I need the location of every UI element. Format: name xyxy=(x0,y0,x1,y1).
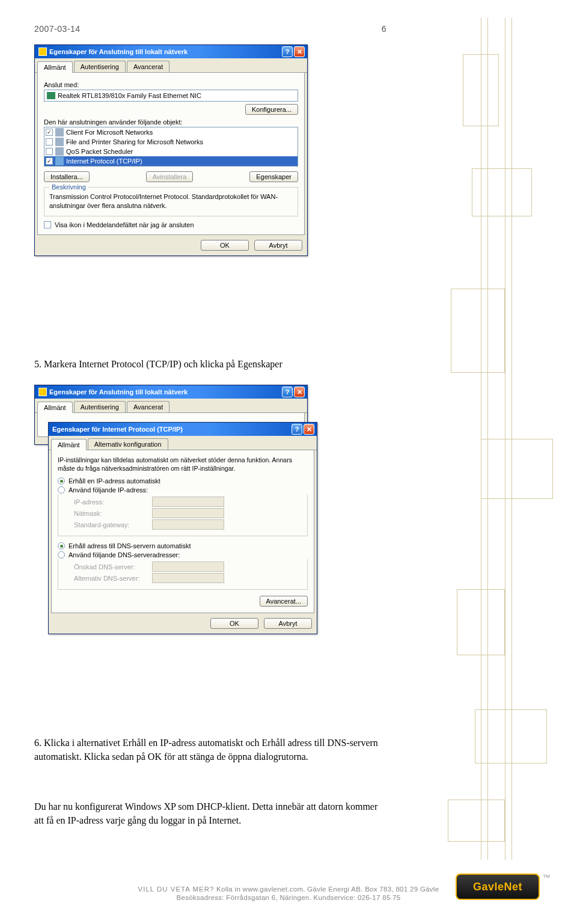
dialog-tcpip-properties: Egenskaper för Internet Protocol (TCP/IP… xyxy=(48,422,317,634)
show-icon-label: Visa ikon i Meddelandefältet när jag är … xyxy=(55,221,194,228)
list-item[interactable]: QoS Packet Scheduler xyxy=(44,147,298,156)
uninstall-button: Avinstallera xyxy=(146,171,194,182)
tab-advanced[interactable]: Avancerat xyxy=(127,61,169,72)
network-icon xyxy=(38,47,47,56)
list-item-label: Internet Protocol (TCP/IP) xyxy=(66,158,142,165)
dialog-lan-properties: Egenskaper för Anslutning till lokalt nä… xyxy=(34,44,308,256)
titlebar: Egenskaper för Anslutning till lokalt nä… xyxy=(35,385,307,399)
radio-icon[interactable] xyxy=(58,551,65,558)
ip-address-label: IP-adress: xyxy=(74,498,152,506)
configure-button[interactable]: Konfigurera... xyxy=(245,104,298,115)
gateway-row: Standard-gateway: xyxy=(74,519,302,530)
show-icon-checkbox[interactable]: Visa ikon i Meddelandefältet när jag är … xyxy=(44,221,298,228)
checkbox-icon[interactable] xyxy=(46,129,53,136)
connect-with-label: Anslut med: xyxy=(44,81,298,88)
components-listbox[interactable]: Client For Microsoft Networks File and P… xyxy=(44,127,298,167)
dns2-field xyxy=(152,573,224,583)
trademark-symbol: TM xyxy=(543,874,550,879)
checkbox-icon[interactable] xyxy=(44,221,51,228)
dns1-label: Önskad DNS-server: xyxy=(74,563,152,571)
window-title: Egenskaper för Anslutning till lokalt nä… xyxy=(49,388,281,396)
titlebar[interactable]: Egenskaper för Internet Protocol (TCP/IP… xyxy=(49,423,317,436)
dns1-field xyxy=(152,561,224,572)
uses-label: Den här anslutningen använder följande o… xyxy=(44,118,298,126)
checkbox-icon[interactable] xyxy=(46,138,53,145)
netmask-label: Nätmask: xyxy=(74,510,152,517)
radio-icon[interactable] xyxy=(58,542,65,549)
cancel-button[interactable]: Avbryt xyxy=(264,618,312,629)
cancel-button[interactable]: Avbryt xyxy=(254,240,302,251)
close-button: ✕ xyxy=(294,387,305,397)
component-icon xyxy=(55,147,64,156)
radio-auto-ip[interactable]: Erhåll en IP-adress automatiskt xyxy=(58,477,308,485)
checkbox-icon[interactable] xyxy=(46,148,53,155)
description-text: Transmission Control Protocol/Internet P… xyxy=(49,192,293,211)
ip-fields-group: IP-adress: Nätmask: Standard-gateway: xyxy=(58,494,308,536)
gateway-label: Standard-gateway: xyxy=(74,521,152,528)
dns1-row: Önskad DNS-server: xyxy=(74,561,302,572)
tab-general: Allmänt xyxy=(37,402,73,413)
ok-button[interactable]: OK xyxy=(210,618,258,629)
network-icon xyxy=(38,388,47,396)
footer-lead: VILL DU VETA MER? xyxy=(138,886,215,893)
nic-field[interactable]: Realtek RTL8139/810x Family Fast Etherne… xyxy=(44,90,298,102)
radio-manual-dns[interactable]: Använd följande DNS-serveradresser: xyxy=(58,551,308,558)
gavlenet-logo: GavleNet xyxy=(456,874,540,900)
checkbox-icon[interactable] xyxy=(46,158,53,165)
nic-icon xyxy=(47,92,55,99)
properties-button[interactable]: Egenskaper xyxy=(249,171,298,182)
ok-button[interactable]: OK xyxy=(201,240,249,251)
list-item-selected[interactable]: Internet Protocol (TCP/IP) xyxy=(44,156,298,166)
tab-advanced: Avancerat xyxy=(127,401,169,412)
help-button[interactable]: ? xyxy=(292,424,302,435)
description-group: Beskrivning Transmission Control Protoco… xyxy=(44,187,298,216)
instruction-step-5: 5. Markera Internet Protocol (TCP/IP) oc… xyxy=(34,357,383,371)
radio-auto-dns[interactable]: Erhåll adress till DNS-servern automatis… xyxy=(58,542,308,549)
nic-name: Realtek RTL8139/810x Family Fast Etherne… xyxy=(58,92,201,99)
page-header: 2007-03-14 6 xyxy=(34,24,543,34)
list-item-label: Client For Microsoft Networks xyxy=(66,129,153,136)
ip-address-field xyxy=(152,497,224,507)
tab-authentication[interactable]: Autentisering xyxy=(74,61,126,72)
component-icon xyxy=(55,157,64,165)
close-button[interactable]: ✕ xyxy=(294,46,305,57)
page-number: 6 xyxy=(382,24,386,34)
close-button[interactable]: ✕ xyxy=(304,424,314,435)
titlebar[interactable]: Egenskaper för Anslutning till lokalt nä… xyxy=(35,45,307,58)
gateway-field xyxy=(152,519,224,530)
ip-address-row: IP-adress: xyxy=(74,497,302,507)
instruction-step-6: 6. Klicka i alternativet Erhåll en IP-ad… xyxy=(34,736,383,763)
netmask-field xyxy=(152,508,224,518)
component-icon xyxy=(55,138,64,146)
tcpip-info-text: IP-inställningar kan tilldelas automatis… xyxy=(58,456,308,473)
radio-manual-ip[interactable]: Använd följande IP-adress: xyxy=(58,486,308,494)
window-title: Egenskaper för Internet Protocol (TCP/IP… xyxy=(52,426,290,433)
page-date: 2007-03-14 xyxy=(34,24,81,34)
tab-general[interactable]: Allmänt xyxy=(51,439,87,450)
dns2-row: Alternativ DNS-server: xyxy=(74,573,302,583)
netmask-row: Nätmask: xyxy=(74,508,302,518)
radio-icon[interactable] xyxy=(58,486,65,494)
conclusion-text: Du har nu konfigurerat Windows XP som DH… xyxy=(34,800,383,827)
footer-line1: Kolla in www.gavlenet.com. Gävle Energi … xyxy=(214,886,439,893)
decorative-background xyxy=(415,18,565,860)
list-item-label: File and Printer Sharing for Microsoft N… xyxy=(66,138,203,145)
description-title: Beskrivning xyxy=(49,183,88,191)
list-item-label: QoS Packet Scheduler xyxy=(66,148,133,155)
tab-alt-config[interactable]: Alternativ konfiguration xyxy=(88,438,168,450)
logo-text: GavleNet xyxy=(473,881,522,893)
list-item[interactable]: Client For Microsoft Networks xyxy=(44,127,298,137)
radio-label: Erhåll en IP-adress automatiskt xyxy=(69,477,160,485)
component-icon xyxy=(55,128,64,136)
help-button: ? xyxy=(282,387,293,397)
dns-fields-group: Önskad DNS-server: Alternativ DNS-server… xyxy=(58,559,308,590)
radio-label: Använd följande DNS-serveradresser: xyxy=(69,551,180,558)
radio-icon[interactable] xyxy=(58,477,65,485)
advanced-button[interactable]: Avancerat... xyxy=(260,596,308,607)
dns2-label: Alternativ DNS-server: xyxy=(74,575,152,582)
install-button[interactable]: Installera... xyxy=(44,171,90,182)
tab-general[interactable]: Allmänt xyxy=(37,61,73,73)
tab-authentication: Autentisering xyxy=(74,401,126,412)
list-item[interactable]: File and Printer Sharing for Microsoft N… xyxy=(44,137,298,147)
help-button[interactable]: ? xyxy=(282,46,293,57)
